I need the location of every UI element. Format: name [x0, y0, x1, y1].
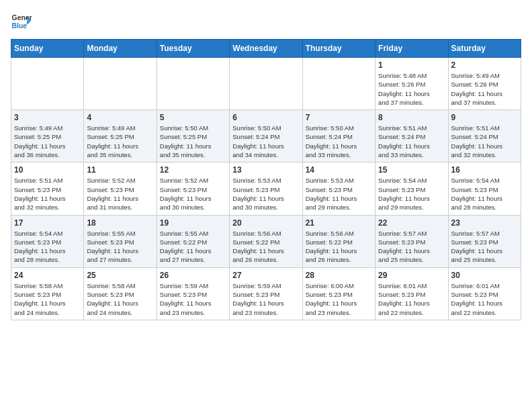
calendar-cell: 12Sunrise: 5:52 AM Sunset: 5:23 PM Dayli…	[157, 163, 229, 215]
day-number: 26	[160, 271, 226, 280]
calendar-cell: 17Sunrise: 5:54 AM Sunset: 5:23 PM Dayli…	[11, 215, 84, 267]
calendar-cell	[157, 58, 229, 110]
day-number: 9	[451, 113, 518, 122]
day-number: 17	[14, 218, 81, 228]
calendar-week-row: 10Sunrise: 5:51 AM Sunset: 5:23 PM Dayli…	[11, 163, 521, 215]
day-number: 24	[14, 271, 81, 280]
day-info: Sunrise: 5:53 AM Sunset: 5:23 PM Dayligh…	[306, 176, 372, 212]
calendar-week-row: 1Sunrise: 5:48 AM Sunset: 5:26 PM Daylig…	[11, 58, 521, 110]
day-number: 2	[451, 60, 518, 70]
day-number: 18	[87, 218, 153, 228]
day-info: Sunrise: 5:55 AM Sunset: 5:22 PM Dayligh…	[160, 229, 226, 265]
day-number: 6	[232, 113, 299, 122]
day-number: 10	[14, 165, 81, 175]
calendar-cell: 16Sunrise: 5:54 AM Sunset: 5:23 PM Dayli…	[448, 163, 521, 215]
day-info: Sunrise: 5:55 AM Sunset: 5:23 PM Dayligh…	[87, 229, 153, 265]
calendar-cell: 15Sunrise: 5:54 AM Sunset: 5:23 PM Dayli…	[375, 163, 448, 215]
day-info: Sunrise: 5:57 AM Sunset: 5:23 PM Dayligh…	[378, 229, 445, 265]
calendar-week-row: 17Sunrise: 5:54 AM Sunset: 5:23 PM Dayli…	[11, 215, 521, 267]
calendar-cell: 8Sunrise: 5:51 AM Sunset: 5:24 PM Daylig…	[375, 110, 448, 163]
day-number: 30	[451, 271, 518, 280]
calendar-cell: 9Sunrise: 5:51 AM Sunset: 5:24 PM Daylig…	[448, 110, 521, 163]
calendar-week-row: 24Sunrise: 5:58 AM Sunset: 5:23 PM Dayli…	[11, 267, 521, 320]
day-info: Sunrise: 5:50 AM Sunset: 5:24 PM Dayligh…	[306, 124, 372, 159]
calendar-cell: 7Sunrise: 5:50 AM Sunset: 5:24 PM Daylig…	[302, 110, 375, 163]
day-number: 11	[87, 165, 153, 175]
day-number: 19	[160, 218, 226, 228]
day-info: Sunrise: 5:59 AM Sunset: 5:23 PM Dayligh…	[232, 281, 299, 317]
calendar-cell: 1Sunrise: 5:48 AM Sunset: 5:26 PM Daylig…	[375, 58, 448, 110]
calendar-cell: 30Sunrise: 6:01 AM Sunset: 5:23 PM Dayli…	[448, 267, 521, 320]
calendar-cell: 20Sunrise: 5:56 AM Sunset: 5:22 PM Dayli…	[230, 215, 302, 267]
day-number: 28	[306, 271, 372, 280]
day-number: 23	[451, 218, 518, 228]
day-number: 3	[14, 113, 81, 122]
calendar-cell	[302, 58, 375, 110]
calendar-cell: 2Sunrise: 5:49 AM Sunset: 5:26 PM Daylig…	[448, 58, 521, 110]
day-info: Sunrise: 5:51 AM Sunset: 5:24 PM Dayligh…	[378, 124, 445, 159]
calendar-cell: 28Sunrise: 6:00 AM Sunset: 5:23 PM Dayli…	[302, 267, 375, 320]
calendar-cell: 22Sunrise: 5:57 AM Sunset: 5:23 PM Dayli…	[375, 215, 448, 267]
day-number: 16	[451, 165, 518, 175]
day-info: Sunrise: 5:56 AM Sunset: 5:22 PM Dayligh…	[306, 229, 372, 265]
day-info: Sunrise: 5:50 AM Sunset: 5:25 PM Dayligh…	[160, 124, 226, 159]
day-number: 27	[232, 271, 299, 280]
weekday-header: Monday	[84, 40, 157, 58]
day-info: Sunrise: 5:49 AM Sunset: 5:25 PM Dayligh…	[87, 124, 153, 159]
calendar-cell: 19Sunrise: 5:55 AM Sunset: 5:22 PM Dayli…	[157, 215, 229, 267]
calendar-cell: 24Sunrise: 5:58 AM Sunset: 5:23 PM Dayli…	[11, 267, 84, 320]
calendar-cell: 6Sunrise: 5:50 AM Sunset: 5:24 PM Daylig…	[230, 110, 302, 163]
calendar-cell: 3Sunrise: 5:49 AM Sunset: 5:25 PM Daylig…	[11, 110, 84, 163]
weekday-header: Friday	[375, 40, 448, 58]
calendar-cell: 23Sunrise: 5:57 AM Sunset: 5:23 PM Dayli…	[448, 215, 521, 267]
day-info: Sunrise: 5:49 AM Sunset: 5:26 PM Dayligh…	[451, 71, 518, 107]
day-info: Sunrise: 5:54 AM Sunset: 5:23 PM Dayligh…	[451, 176, 518, 212]
page-header: General Blue	[11, 11, 521, 32]
day-number: 25	[87, 271, 153, 280]
day-info: Sunrise: 5:49 AM Sunset: 5:25 PM Dayligh…	[14, 124, 81, 159]
calendar-week-row: 3Sunrise: 5:49 AM Sunset: 5:25 PM Daylig…	[11, 110, 521, 163]
calendar-table: SundayMondayTuesdayWednesdayThursdayFrid…	[11, 39, 521, 320]
calendar-cell: 11Sunrise: 5:52 AM Sunset: 5:23 PM Dayli…	[84, 163, 157, 215]
logo: General Blue	[11, 11, 35, 32]
weekday-header: Tuesday	[157, 40, 229, 58]
calendar-cell: 4Sunrise: 5:49 AM Sunset: 5:25 PM Daylig…	[84, 110, 157, 163]
calendar-cell: 27Sunrise: 5:59 AM Sunset: 5:23 PM Dayli…	[230, 267, 302, 320]
day-info: Sunrise: 5:52 AM Sunset: 5:23 PM Dayligh…	[87, 176, 153, 212]
day-info: Sunrise: 5:56 AM Sunset: 5:22 PM Dayligh…	[232, 229, 299, 265]
calendar-cell: 26Sunrise: 5:59 AM Sunset: 5:23 PM Dayli…	[157, 267, 229, 320]
weekday-header: Saturday	[448, 40, 521, 58]
day-info: Sunrise: 5:48 AM Sunset: 5:26 PM Dayligh…	[378, 71, 445, 107]
calendar-cell: 21Sunrise: 5:56 AM Sunset: 5:22 PM Dayli…	[302, 215, 375, 267]
day-info: Sunrise: 5:57 AM Sunset: 5:23 PM Dayligh…	[451, 229, 518, 265]
day-info: Sunrise: 5:54 AM Sunset: 5:23 PM Dayligh…	[14, 229, 81, 265]
day-info: Sunrise: 5:58 AM Sunset: 5:23 PM Dayligh…	[14, 281, 81, 317]
day-info: Sunrise: 5:58 AM Sunset: 5:23 PM Dayligh…	[87, 281, 153, 317]
day-number: 5	[160, 113, 226, 122]
day-info: Sunrise: 6:01 AM Sunset: 5:23 PM Dayligh…	[378, 281, 445, 317]
day-info: Sunrise: 5:51 AM Sunset: 5:24 PM Dayligh…	[451, 124, 518, 159]
day-number: 20	[232, 218, 299, 228]
day-info: Sunrise: 5:54 AM Sunset: 5:23 PM Dayligh…	[378, 176, 445, 212]
day-number: 1	[378, 60, 445, 70]
calendar-cell: 10Sunrise: 5:51 AM Sunset: 5:23 PM Dayli…	[11, 163, 84, 215]
calendar-cell: 14Sunrise: 5:53 AM Sunset: 5:23 PM Dayli…	[302, 163, 375, 215]
day-number: 13	[232, 165, 299, 175]
weekday-header: Sunday	[11, 40, 84, 58]
weekday-header: Thursday	[302, 40, 375, 58]
day-number: 15	[378, 165, 445, 175]
calendar-cell: 18Sunrise: 5:55 AM Sunset: 5:23 PM Dayli…	[84, 215, 157, 267]
day-info: Sunrise: 6:00 AM Sunset: 5:23 PM Dayligh…	[306, 281, 372, 317]
day-info: Sunrise: 6:01 AM Sunset: 5:23 PM Dayligh…	[451, 281, 518, 317]
calendar-header-row: SundayMondayTuesdayWednesdayThursdayFrid…	[11, 40, 521, 58]
day-number: 21	[306, 218, 372, 228]
day-number: 8	[378, 113, 445, 122]
day-number: 4	[87, 113, 153, 122]
day-info: Sunrise: 5:51 AM Sunset: 5:23 PM Dayligh…	[14, 176, 81, 212]
day-number: 14	[306, 165, 372, 175]
day-info: Sunrise: 5:52 AM Sunset: 5:23 PM Dayligh…	[160, 176, 226, 212]
day-number: 22	[378, 218, 445, 228]
day-info: Sunrise: 5:50 AM Sunset: 5:24 PM Dayligh…	[232, 124, 299, 159]
calendar-cell	[84, 58, 157, 110]
day-number: 12	[160, 165, 226, 175]
